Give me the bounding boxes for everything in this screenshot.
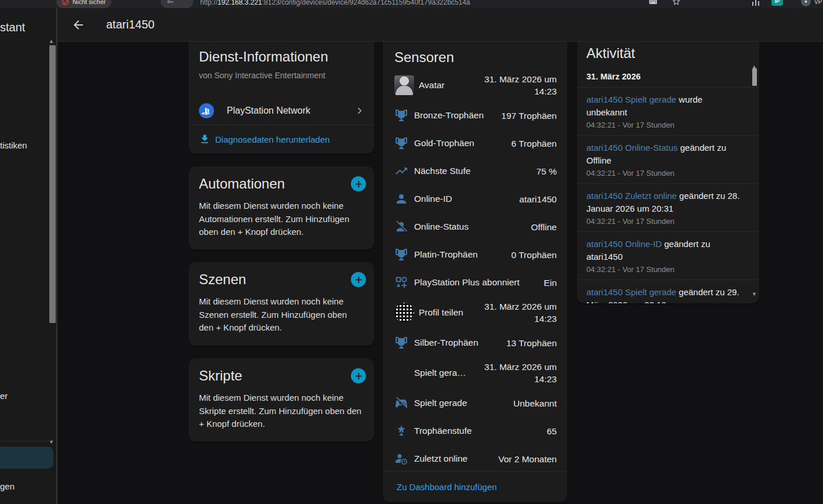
sensors-card: Sensoren Avatar31. März 2026 um 14:23Bro…	[383, 42, 567, 502]
automations-empty-text: Mit diesem Dienst wurden noch keine Auto…	[188, 192, 374, 239]
scroll-down-icon[interactable]: ▼	[752, 291, 757, 297]
scroll-down-icon[interactable]: ▼	[49, 439, 54, 445]
trending-up-icon	[394, 164, 414, 178]
sensor-label: Profil teilen	[419, 307, 481, 318]
sensor-row[interactable]: Nächste Stufe75 %	[383, 157, 567, 185]
entity-link[interactable]: atari1450 Spielt gerade	[586, 287, 676, 297]
entity-link[interactable]: atari1450 Online-ID	[586, 239, 662, 249]
sidebar-item-fragment-gen[interactable]: gen	[0, 481, 14, 491]
scripts-card: Skripte Mit diesem Dienst wurden noch ke…	[188, 358, 374, 441]
sensor-value: 197 Trophäen	[501, 110, 557, 122]
sensor-value: Vor 2 Monaten	[498, 453, 557, 465]
page-title: atari1450	[106, 18, 154, 31]
sensor-row[interactable]: PlayStation Plus abonniertEin	[383, 269, 567, 296]
account-clock-icon	[394, 452, 414, 466]
add-automation-button[interactable]	[351, 176, 366, 191]
sensor-row[interactable]: Trophäenstufe65	[383, 417, 567, 445]
logbook-entry[interactable]: atari1450 Online-ID geändert zu atari145…	[577, 232, 759, 280]
password-key-chip[interactable]	[161, 0, 193, 8]
sensor-label: Online-ID	[414, 194, 519, 204]
entity-link[interactable]: atari1450 Zuletzt online	[586, 191, 677, 201]
logbook-entry[interactable]: atari1450 Zuletzt online geändert zu 28.…	[577, 184, 759, 232]
add-to-dashboard-link[interactable]: Zu Dashboard hinzufügen	[397, 482, 497, 492]
shapes-icon	[394, 275, 414, 289]
integration-row-playstation-network[interactable]: PlayStation Network	[188, 97, 374, 124]
trophy-icon	[394, 336, 414, 350]
sensor-label: Spielt gerade	[414, 398, 513, 408]
logbook-timestamp: 04:32:21 - Vor 17 Stunden	[586, 217, 744, 226]
add-script-button[interactable]	[351, 368, 366, 383]
keyboard-icon[interactable]	[648, 0, 658, 6]
logbook-message: atari1450 Online-Status geändert zu Offl…	[586, 142, 744, 166]
sidebar-item-selected[interactable]	[0, 447, 53, 469]
sensor-row[interactable]: Platin-Trophäen0 Trophäen	[383, 241, 567, 269]
sensor-row-list: Avatar31. März 2026 um 14:23Bronze-Troph…	[383, 69, 567, 473]
browser-address-bar[interactable]: Nicht sicher http://192.168.3.221:8123/c…	[0, 0, 823, 8]
sensor-row[interactable]: Gold-Trophäen6 Trophäen	[383, 129, 567, 157]
sensor-row[interactable]: Spielt gera…31. März 2026 um 14:23	[383, 357, 567, 389]
sensor-row[interactable]: Silber-Trophäen13 Trophäen	[383, 329, 567, 357]
logbook-entry[interactable]: atari1450 Online-Status geändert zu Offl…	[577, 136, 759, 184]
sensor-row[interactable]: Bronze-Trophäen197 Trophäen	[383, 101, 567, 129]
scroll-up-icon[interactable]: ▲	[49, 38, 54, 44]
sensor-label: Avatar	[419, 80, 481, 90]
sensor-label: Spielt gera…	[414, 368, 481, 378]
sensor-row[interactable]: Online-StatusOffline	[383, 213, 567, 241]
download-diagnostics-label: Diagnosedaten herunterladen	[215, 135, 330, 144]
background-scrollbar[interactable]	[49, 45, 56, 323]
logbook-timestamp: 04:32:21 - Vor 17 Stunden	[586, 265, 744, 274]
sensor-row[interactable]: Online-IDatari1450	[383, 185, 567, 213]
scenes-empty-text: Mit diesem Dienst wurden noch keine Szen…	[188, 288, 374, 335]
download-diagnostics-link[interactable]: Diagnosedaten herunterladen	[188, 125, 374, 153]
sidebar-item-fragment-er[interactable]: er	[0, 391, 8, 401]
sensor-value: Unbekannt	[513, 397, 557, 409]
url-text[interactable]: http://192.168.3.221:8123/config/devices…	[200, 0, 470, 6]
sensor-value: 31. März 2026 um 14:23	[481, 73, 557, 97]
logbook-message: atari1450 Online-ID geändert zu atari145…	[586, 238, 744, 263]
plus-icon	[353, 179, 364, 190]
sensor-row[interactable]: Avatar31. März 2026 um 14:23	[383, 69, 567, 101]
sensors-title: Sensoren	[383, 42, 567, 69]
logbook-entry-list: atari1450 Spielt gerade wurde unbekannt0…	[577, 88, 759, 303]
sensor-value: 13 Trophäen	[506, 337, 557, 349]
sensor-row[interactable]: Profil teilen31. März 2026 um 14:23	[383, 296, 567, 329]
avatar-image	[394, 75, 414, 95]
bookmark-star-icon[interactable]	[672, 0, 681, 6]
activity-scrollbar[interactable]	[752, 68, 757, 86]
sensor-value: 6 Trophäen	[512, 137, 557, 150]
automations-title: Automationen	[188, 166, 374, 192]
entity-link[interactable]: atari1450 Spielt gerade	[586, 95, 676, 104]
activity-card: Aktivität 31. März 2026 atari1450 Spielt…	[577, 42, 759, 303]
chevron-right-icon	[353, 104, 366, 117]
logbook-entry[interactable]: atari1450 Spielt gerade geändert zu 29. …	[577, 280, 759, 303]
sensor-row[interactable]: Zuletzt onlineVor 2 Monaten	[383, 445, 567, 473]
logbook-timestamp: 04:32:21 - Vor 17 Stunden	[586, 121, 744, 129]
logbook-entry[interactable]: atari1450 Spielt gerade wurde unbekannt0…	[577, 88, 759, 136]
sensor-label: Platin-Trophäen	[414, 249, 512, 260]
plus-icon	[353, 371, 364, 382]
home-assistant-window: atari1450 Dienst-Informationen von Sony …	[57, 8, 823, 504]
activity-date-header: 31. März 2026	[577, 61, 759, 88]
sensor-value: 0 Trophäen	[512, 249, 557, 261]
trophy-icon	[394, 136, 414, 150]
activity-title: Aktivität	[577, 42, 759, 61]
sidebar-item-fragment-statistics[interactable]: tistiken	[0, 140, 27, 150]
logbook-message: atari1450 Zuletzt online geändert zu 28.…	[586, 190, 744, 215]
sensor-label: Trophäenstufe	[414, 426, 547, 436]
back-arrow-icon[interactable]	[71, 18, 85, 32]
device-page-header: atari1450	[57, 8, 823, 42]
scripts-title: Skripte	[188, 358, 374, 384]
vpn-extension-icon[interactable]: ●	[801, 0, 811, 6]
ip-extension-badge[interactable]: IP	[771, 0, 783, 6]
sensor-row[interactable]: Spielt geradeUnbekannt	[383, 389, 567, 417]
entity-link[interactable]: atari1450 Online-Status	[586, 143, 678, 153]
add-scene-button[interactable]	[351, 272, 366, 287]
sensor-label: Zuletzt online	[414, 454, 498, 464]
security-chip-label: Nicht sicher	[72, 0, 106, 5]
sensor-label: Nächste Stufe	[414, 166, 536, 176]
sensor-value: 31. März 2026 um 14:23	[481, 300, 557, 325]
vpn-label: VP	[814, 0, 822, 5]
site-security-chip[interactable]: Nicht sicher	[56, 0, 111, 8]
sensor-value: 65	[547, 425, 557, 437]
sensors-card-footer: Zu Dashboard hinzufügen	[383, 471, 567, 502]
